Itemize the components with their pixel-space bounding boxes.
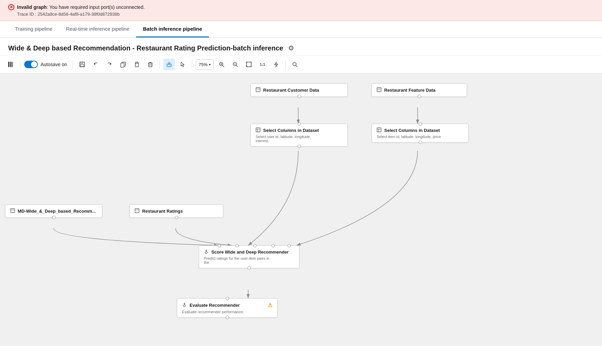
error-icon: ✕ — [8, 4, 14, 10]
node-conn-bottom — [52, 216, 56, 219]
autosave-toggle[interactable]: Autosave on — [24, 61, 67, 68]
page-title: Wide & Deep based Recommendation - Resta… — [8, 44, 283, 52]
sep-5 — [285, 60, 286, 69]
node-conn-bottom — [298, 145, 301, 148]
node-conn-bottom — [175, 216, 178, 219]
conn-select1-to-score — [248, 151, 298, 245]
search-button[interactable] — [289, 59, 301, 70]
node-header: Select Columns in Dataset — [377, 127, 464, 133]
node-icon — [182, 302, 187, 308]
sep-4 — [192, 60, 192, 69]
node-restaurant-feature-data[interactable]: Restaurant Feature Data — [372, 84, 467, 97]
flash-button[interactable] — [270, 59, 282, 70]
node-desc: Select item id, latitude, longitude, pri… — [377, 135, 445, 139]
node-icon — [256, 127, 260, 133]
node-select-columns-1[interactable]: Select Columns in Dataset Select user id… — [251, 124, 348, 147]
conn-select2-to-score — [297, 151, 418, 245]
node-header: Restaurant Customer Data — [256, 87, 343, 93]
node-label: Select Columns in Dataset — [263, 128, 319, 133]
node-conn-top-left — [217, 244, 221, 247]
node-desc: Predict ratings for the user-item pairs … — [204, 256, 272, 264]
svg-rect-29 — [256, 128, 260, 132]
node-label: Score Wide and Deep Recommender — [211, 249, 289, 255]
node-label: Restaurant Ratings — [142, 209, 183, 214]
node-label: Restaurant Customer Data — [263, 88, 319, 93]
node-conn-top — [419, 122, 422, 126]
delete-button[interactable] — [145, 59, 156, 70]
tab-realtime[interactable]: Real-time inference pipeline — [59, 21, 136, 37]
one-to-one-button[interactable]: 1:1 — [257, 59, 268, 70]
pointer-tool-button[interactable] — [177, 59, 189, 70]
sep-1 — [20, 60, 21, 69]
svg-point-39 — [205, 252, 207, 254]
node-header: Score Wide and Deep Recommender — [204, 249, 294, 255]
node-header: MD-Wide_&_Deep_based_Recomm... — [10, 208, 97, 214]
hand-tool-button[interactable] — [163, 59, 175, 70]
svg-line-18 — [236, 65, 238, 67]
node-evaluate-recommender[interactable]: Evaluate Recommender ⚠ Evaluate recommen… — [177, 298, 277, 318]
copy-button[interactable] — [117, 59, 129, 70]
autosave-label: Autosave on — [41, 62, 67, 67]
node-label: Evaluate Recommender — [190, 303, 240, 308]
svg-point-43 — [183, 305, 185, 307]
toggle-knob — [31, 61, 37, 67]
tab-training[interactable]: Training pipeline — [8, 21, 59, 37]
pipeline-canvas[interactable]: Restaurant Customer Data Restaurant Feat… — [0, 73, 602, 346]
fit-screen-button[interactable] — [243, 59, 255, 70]
autosave-switch[interactable] — [24, 61, 38, 68]
node-icon — [256, 87, 260, 93]
settings-icon[interactable]: ⚙ — [288, 44, 294, 52]
tab-batch[interactable]: Batch inference pipeline — [136, 21, 209, 37]
zoom-in-button[interactable] — [216, 59, 227, 70]
svg-rect-25 — [256, 88, 260, 92]
conn-ratings-to-score — [176, 228, 232, 245]
sep-3 — [160, 60, 160, 69]
svg-rect-27 — [377, 88, 381, 92]
svg-rect-1 — [10, 62, 12, 67]
node-label: Select Columns in Dataset — [384, 128, 440, 133]
undo-button[interactable] — [90, 59, 102, 70]
error-title: ✕ Invalid graph: You have required input… — [8, 4, 594, 10]
redo-button[interactable] — [104, 59, 115, 70]
node-restaurant-ratings[interactable]: Restaurant Ratings — [130, 204, 223, 218]
svg-marker-21 — [274, 62, 278, 67]
paste-button[interactable] — [131, 59, 142, 70]
node-conn-bottom — [247, 266, 251, 270]
svg-rect-0 — [8, 62, 10, 67]
node-conn-top-right2 — [271, 244, 275, 247]
node-select-columns-2[interactable]: Select Columns in Dataset Select item id… — [372, 124, 469, 142]
node-conn-bottom — [226, 316, 229, 319]
zoom-dropdown-icon: ▾ — [209, 63, 211, 66]
save-button[interactable] — [76, 59, 88, 70]
node-header: Select Columns in Dataset — [256, 127, 343, 133]
svg-rect-20 — [246, 62, 251, 67]
node-score-wide-deep[interactable]: Score Wide and Deep Recommender Predict … — [199, 245, 299, 268]
svg-rect-2 — [12, 62, 13, 67]
node-conn-top-far-right — [287, 244, 291, 247]
node-icon — [10, 208, 15, 214]
pipeline-title-bar: Wide & Deep based Recommendation - Resta… — [0, 38, 602, 56]
svg-rect-10 — [149, 63, 152, 67]
node-restaurant-customer-data[interactable]: Restaurant Customer Data — [251, 84, 348, 97]
warning-icon: ⚠ — [268, 302, 272, 308]
node-conn-top-mid — [235, 244, 239, 247]
zoom-out-button[interactable] — [229, 59, 241, 70]
one-to-one-label: 1:1 — [260, 62, 265, 66]
node-conn-top — [226, 297, 229, 300]
zoom-control[interactable]: 75% ▾ — [196, 59, 214, 70]
node-md-wide-deep[interactable]: MD-Wide_&_Deep_based_Recomm... — [5, 204, 102, 218]
node-header: Restaurant Feature Data — [377, 87, 462, 93]
svg-line-14 — [223, 65, 224, 67]
tabs-bar: Training pipeline Real-time inference pi… — [0, 21, 602, 38]
svg-rect-35 — [11, 209, 15, 213]
node-icon — [135, 208, 139, 214]
svg-rect-37 — [135, 209, 139, 213]
error-trace: Trace ID : 2542a8ce-8d58-4af8-a179-38f0d… — [8, 12, 594, 17]
library-icon[interactable] — [5, 59, 17, 70]
error-bold: Invalid graph: You have required input p… — [17, 4, 145, 10]
node-label: MD-Wide_&_Deep_based_Recomm... — [18, 209, 96, 214]
zoom-value: 75% — [199, 62, 208, 67]
svg-rect-7 — [121, 63, 124, 67]
svg-rect-5 — [80, 64, 84, 66]
node-icon — [377, 87, 381, 93]
